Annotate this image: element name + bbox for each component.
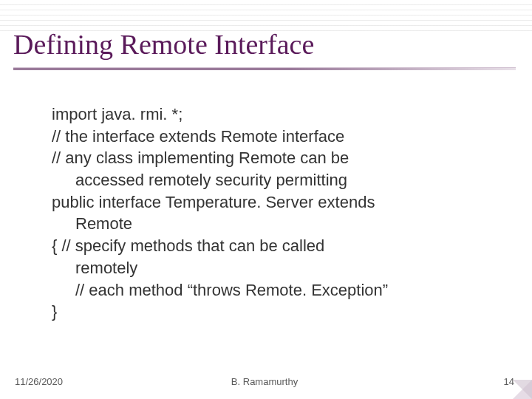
page-curl-icon — [513, 380, 532, 399]
code-line-10: } — [52, 301, 484, 323]
slide-footer: 11/26/2020 B. Ramamurthy 14 — [15, 376, 514, 387]
code-line-2: // the interface extends Remote interfac… — [52, 126, 484, 148]
code-line-3: // any class implementing Remote can be — [52, 147, 484, 169]
code-line-5: public interface Temperature. Server ext… — [52, 191, 484, 214]
code-line-4: accessed remotely security permitting — [52, 169, 484, 191]
code-line-8: remotely — [52, 257, 484, 279]
code-line-7: { // specify methods that can be called — [52, 235, 484, 257]
footer-author: B. Ramamurthy — [15, 376, 514, 387]
code-line-6: Remote — [52, 213, 484, 235]
slide-body: import java. rmi. *; // the interface ex… — [52, 103, 484, 323]
slide-title: Defining Remote Interface — [13, 28, 314, 61]
title-underline — [13, 68, 516, 70]
code-line-9: // each method “throws Remote. Exception… — [52, 279, 484, 301]
code-line-1: import java. rmi. *; — [52, 103, 484, 126]
